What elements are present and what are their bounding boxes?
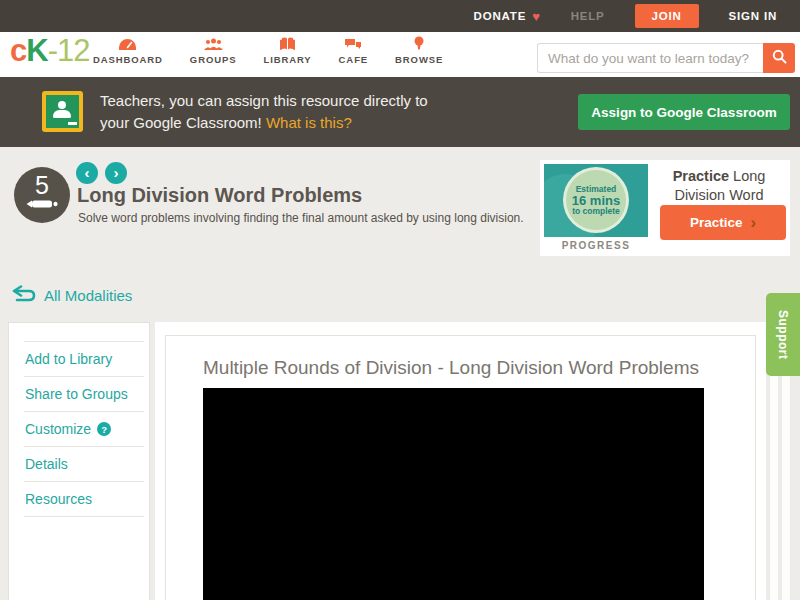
search-icon	[772, 49, 787, 67]
all-modalities-label: All Modalities	[44, 287, 132, 304]
prev-concept-button[interactable]: ‹	[76, 162, 98, 184]
logo-suffix: -12	[48, 33, 90, 68]
donate-label: DONATE	[474, 10, 527, 22]
progress-image: Estimated 16 mins to complete	[544, 164, 648, 237]
estimated-line2: 16 mins	[572, 195, 620, 206]
signin-link[interactable]: SIGN IN	[729, 10, 777, 22]
sidebar-item-details[interactable]: Details	[9, 447, 149, 481]
next-concept-button[interactable]: ›	[105, 162, 127, 184]
chevron-right-icon: ›	[114, 164, 119, 181]
sidebar-item-resources[interactable]: Resources	[9, 482, 149, 516]
cafe-icon	[344, 36, 362, 51]
sidebar-item-add-to-library[interactable]: Add to Library	[9, 342, 149, 376]
heart-icon: ♥	[532, 9, 541, 24]
nav-item-library[interactable]: LIBRARY	[263, 36, 311, 65]
return-arrow-icon	[12, 285, 36, 305]
search-input[interactable]	[537, 43, 763, 73]
join-button[interactable]: JOIN	[635, 4, 699, 28]
estimated-line3: to complete	[572, 206, 620, 217]
ck12-logo[interactable]: cK-12	[10, 33, 89, 69]
all-modalities-link[interactable]: All Modalities	[12, 285, 132, 305]
nav-item-label: LIBRARY	[263, 54, 311, 65]
practice-card: Estimated 16 mins to complete PROGRESS P…	[540, 160, 790, 256]
logo-letter-k: K	[26, 33, 47, 68]
nav-item-groups[interactable]: GROUPS	[190, 36, 237, 65]
ck12-page: DONATE ♥ HELP JOIN SIGN IN cK-12 DASHBOA…	[0, 0, 800, 600]
help-icon[interactable]: ?	[97, 422, 111, 436]
google-classroom-banner: Teachers, you can assign this resource d…	[0, 77, 800, 147]
lesson-panel: Multiple Rounds of Division - Long Divis…	[165, 335, 756, 600]
sidebar-item-share-to-groups[interactable]: Share to Groups	[9, 377, 149, 411]
logo-letter-c: c	[10, 33, 26, 68]
main-navbar: cK-12 DASHBOARD GROUPS LIBRARY	[0, 32, 800, 77]
estimated-time-badge: Estimated 16 mins to complete	[563, 167, 629, 233]
progress-label: PROGRESS	[540, 240, 652, 251]
nav-item-label: DASHBOARD	[93, 54, 163, 65]
sidebar-item-customize[interactable]: Customize ?	[9, 412, 149, 446]
assign-to-google-classroom-button[interactable]: Assign to Google Classroom	[578, 94, 790, 130]
nav-item-label: GROUPS	[190, 54, 237, 65]
concept-pager: ‹ ›	[76, 162, 127, 184]
chevron-left-icon: ‹	[85, 164, 90, 181]
lesson-card: Multiple Rounds of Division - Long Divis…	[155, 322, 766, 600]
google-classroom-icon	[42, 91, 83, 132]
banner-line1: Teachers, you can assign this resource d…	[100, 92, 428, 109]
banner-line2: your Google Classroom!	[100, 114, 262, 131]
topbar: DONATE ♥ HELP JOIN SIGN IN	[0, 0, 800, 32]
dashboard-icon	[118, 36, 137, 51]
pencil-icon	[25, 196, 59, 214]
support-tab-label: Support	[776, 310, 790, 360]
page-title: Long Division Word Problems	[77, 184, 362, 207]
search-button[interactable]	[763, 43, 795, 73]
donate-link[interactable]: DONATE ♥	[474, 9, 541, 24]
library-icon	[279, 36, 296, 51]
video-player[interactable]	[203, 388, 704, 600]
nav-items: DASHBOARD GROUPS LIBRARY CAFE	[93, 36, 443, 65]
nav-item-browse[interactable]: BROWSE	[395, 36, 443, 65]
concept-badge: 5	[14, 167, 70, 223]
nav-item-label: CAFE	[339, 54, 368, 65]
nav-item-dashboard[interactable]: DASHBOARD	[93, 36, 163, 65]
actions-sidebar: Add to Library Share to Groups Customize…	[8, 322, 150, 600]
nav-item-cafe[interactable]: CAFE	[339, 36, 368, 65]
search-bar	[537, 43, 795, 73]
support-tab[interactable]: Support	[766, 293, 800, 376]
page-subtitle: Solve word problems involving finding th…	[78, 211, 524, 225]
browse-icon	[413, 36, 425, 51]
divider	[24, 516, 144, 517]
nav-item-label: BROWSE	[395, 54, 443, 65]
help-link[interactable]: HELP	[571, 10, 605, 22]
lesson-heading: Multiple Rounds of Division - Long Divis…	[203, 357, 755, 379]
groups-icon	[203, 36, 224, 51]
practice-title-bold: Practice	[673, 168, 729, 184]
what-is-this-link[interactable]: What is this?	[266, 114, 352, 131]
banner-message: Teachers, you can assign this resource d…	[100, 90, 428, 134]
arrow-right-icon: ›	[750, 213, 756, 232]
practice-button[interactable]: Practice›	[660, 205, 786, 240]
